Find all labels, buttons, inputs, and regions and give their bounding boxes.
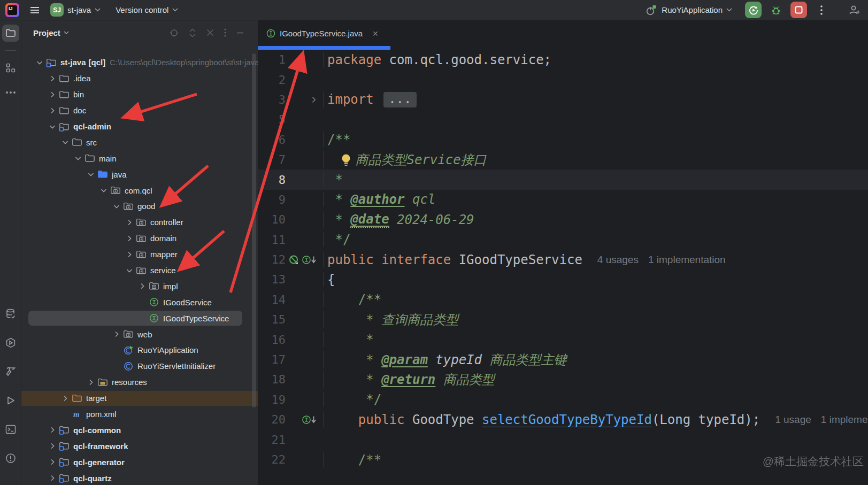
code-line-9[interactable]: 9 * @author qcl: [258, 190, 868, 210]
tree-row-controller[interactable]: controller: [21, 214, 258, 230]
debug-button[interactable]: [768, 2, 784, 18]
tree-row-java[interactable]: java: [21, 166, 258, 182]
tab-close-icon[interactable]: ✕: [372, 29, 379, 38]
code-line-16[interactable]: 16 *: [258, 329, 868, 349]
code-line-10[interactable]: 10 * @date 2024-06-29: [258, 210, 868, 229]
tree-row-qcl-quartz[interactable]: qcl-quartz: [21, 470, 258, 485]
tree-row-st-java[interactable]: st-java[qcl]C:\Users\qcl\Desktop\springb…: [21, 55, 258, 71]
code-line-19[interactable]: 19 */: [258, 390, 868, 410]
code-line-1[interactable]: 1package com.qcl.good.service;: [258, 50, 868, 70]
tree-row-qcl-framework[interactable]: qcl-framework: [21, 438, 258, 454]
chevron-collapsed-icon[interactable]: [48, 442, 57, 451]
database-tool-icon[interactable]: [2, 305, 19, 322]
project-view-selector[interactable]: Project: [33, 28, 69, 37]
locate-file-icon[interactable]: [170, 28, 179, 37]
code-line-7[interactable]: 7 商品类型Service接口: [258, 150, 868, 170]
code-line-22[interactable]: 22 /**: [258, 450, 868, 469]
tree-row-web[interactable]: web: [21, 326, 258, 342]
more-tool-windows-icon[interactable]: [2, 84, 19, 101]
code-line-3[interactable]: 3import ...: [258, 90, 868, 110]
tree-row-.idea[interactable]: .idea: [21, 71, 258, 87]
chevron-collapsed-icon[interactable]: [137, 282, 147, 291]
code-with-me-icon[interactable]: [847, 2, 863, 18]
tree-row-domain[interactable]: domain: [21, 230, 258, 247]
chevron-collapsed-icon[interactable]: [48, 90, 57, 99]
chevron-expanded-icon[interactable]: [60, 138, 70, 147]
tree-row-ruoyiservletinitializer[interactable]: RuoYiServletInitializer: [21, 358, 258, 374]
chevron-collapsed-icon[interactable]: [48, 426, 57, 435]
editor-tab-igoodtypeservice[interactable]: IGoodTypeService.java ✕: [258, 20, 389, 50]
fold-collapsed-icon[interactable]: [310, 96, 318, 104]
code-line-8[interactable]: 8 *: [258, 170, 868, 189]
code-editor[interactable]: 1package com.qcl.good.service;23import .…: [258, 50, 868, 485]
panel-options-icon[interactable]: [224, 28, 226, 37]
code-line-18[interactable]: 18 * @return 商品类型: [258, 369, 868, 389]
tree-row-bin[interactable]: bin: [21, 87, 258, 103]
tree-row-pom.xml[interactable]: mpom.xml: [21, 406, 258, 422]
chevron-expanded-icon[interactable]: [112, 202, 121, 211]
tree-row-doc[interactable]: doc: [21, 103, 258, 119]
tree-row-src[interactable]: src: [21, 134, 258, 150]
chevron-collapsed-icon[interactable]: [60, 394, 70, 403]
chevron-collapsed-icon[interactable]: [48, 458, 57, 467]
code-line-2[interactable]: 2: [258, 70, 868, 89]
code-line-13[interactable]: 13{: [258, 270, 868, 289]
tree-row-igoodservice[interactable]: IGoodService: [21, 294, 258, 310]
run-configuration-selector[interactable]: RuoYiApplication: [645, 4, 732, 16]
chevron-collapsed-icon[interactable]: [48, 74, 57, 83]
tree-row-com.qcl[interactable]: com.qcl: [21, 182, 258, 198]
services-tool-icon[interactable]: [2, 334, 19, 351]
more-actions-icon[interactable]: [813, 2, 829, 18]
stop-button[interactable]: [790, 2, 807, 18]
usages-inlay-hint[interactable]: 1 implementation: [648, 254, 726, 266]
tree-row-qcl-admin[interactable]: qcl-admin: [21, 119, 258, 135]
code-line-17[interactable]: 17 * @param typeId 商品类型主键: [258, 350, 868, 369]
code-line-20[interactable]: 20 public GoodType selectGoodTypeByTypeI…: [258, 410, 868, 429]
tree-row-target[interactable]: target: [21, 390, 258, 406]
structure-tool-icon[interactable]: [2, 59, 19, 76]
project-tree-scrollbar[interactable]: [252, 53, 256, 407]
tree-row-main[interactable]: main: [21, 150, 258, 166]
usages-inlay-hint[interactable]: 1 implementation: [821, 414, 868, 426]
chevron-collapsed-icon[interactable]: [125, 234, 134, 243]
tree-row-good[interactable]: good: [21, 198, 258, 214]
expand-collapse-icon[interactable]: [189, 28, 196, 37]
chevron-expanded-icon[interactable]: [35, 58, 44, 67]
chevron-collapsed-icon[interactable]: [125, 218, 134, 227]
build-tool-icon[interactable]: [2, 363, 19, 380]
code-line-6[interactable]: 6/**: [258, 130, 868, 150]
tree-row-impl[interactable]: impl: [21, 278, 258, 294]
tree-row-service[interactable]: service: [21, 263, 258, 279]
usages-inlay-hint[interactable]: 4 usages: [597, 254, 639, 266]
chevron-collapsed-icon[interactable]: [125, 250, 134, 259]
code-line-15[interactable]: 15 * 查询商品类型: [258, 310, 868, 329]
project-tool-icon[interactable]: [2, 25, 19, 42]
rerun-button[interactable]: [745, 2, 762, 18]
chevron-expanded-icon[interactable]: [73, 154, 82, 163]
chevron-collapsed-icon[interactable]: [112, 330, 121, 339]
problems-tool-icon[interactable]: [2, 450, 19, 467]
vcs-widget[interactable]: Version control: [116, 5, 178, 14]
chevron-collapsed-icon[interactable]: [48, 106, 57, 115]
implementations-gutter-icon[interactable]: [302, 254, 318, 266]
usages-inlay-hint[interactable]: 1 usage: [775, 414, 811, 426]
code-line-21[interactable]: 21: [258, 429, 868, 449]
intention-bulb-icon[interactable]: [335, 153, 355, 167]
tree-row-qcl-common[interactable]: qcl-common: [21, 422, 258, 438]
implementations-gutter-icon[interactable]: [302, 414, 318, 426]
tree-row-qcl-generator[interactable]: qcl-generator: [21, 454, 258, 470]
code-line-14[interactable]: 14 /**: [258, 290, 868, 310]
implemented-gutter-icon[interactable]: [288, 254, 299, 266]
chevron-expanded-icon[interactable]: [125, 266, 134, 275]
code-line-12[interactable]: 12public interface IGoodTypeService4 usa…: [258, 250, 868, 270]
run-tool-icon[interactable]: [2, 392, 19, 409]
tree-row-resources[interactable]: resources: [21, 374, 258, 390]
hamburger-menu-icon[interactable]: [27, 2, 43, 18]
code-line-5[interactable]: 5: [258, 110, 868, 129]
project-switcher[interactable]: SJ st-java: [50, 3, 101, 17]
chevron-expanded-icon[interactable]: [48, 122, 57, 131]
code-line-11[interactable]: 11 */: [258, 230, 868, 250]
chevron-collapsed-icon[interactable]: [86, 378, 95, 387]
chevron-expanded-icon[interactable]: [86, 170, 95, 179]
tree-row-mapper[interactable]: mapper: [21, 247, 258, 263]
